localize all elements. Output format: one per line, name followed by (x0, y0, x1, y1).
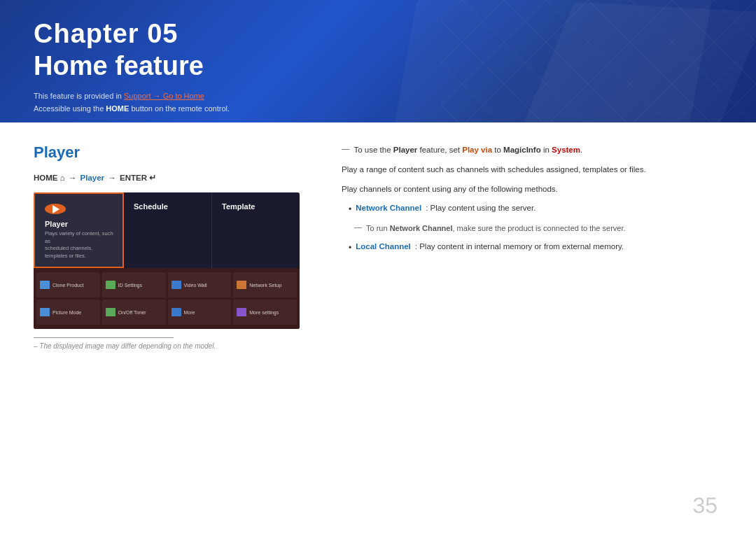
player-top-row: Player Plays variety of content, such as… (34, 192, 300, 268)
player-menu-item-template[interactable]: Template (212, 192, 300, 268)
note1-pre: This feature is provided in (34, 92, 124, 100)
network-label: Network Setup (249, 283, 281, 288)
nav-player: Player (80, 174, 105, 182)
network-icon (237, 281, 246, 289)
videowall-icon (172, 281, 181, 289)
local-channel-label: Local Channel (356, 240, 411, 254)
more-label: More (184, 310, 195, 315)
section-title: Player (34, 143, 314, 162)
chapter-number: Chapter 05 (34, 20, 722, 49)
content-para2: Play channels or content using any of th… (342, 183, 722, 197)
picture-label: Picture Mode (52, 310, 81, 315)
svg-rect-1 (441, 0, 756, 122)
menu-item-clone[interactable]: Clone Product (36, 272, 100, 297)
timer-label: On/Off Timer (118, 310, 146, 315)
player-menu-item-player[interactable]: Player Plays variety of content, such as… (34, 192, 124, 268)
content-para1: Play a range of content such as channels… (342, 163, 722, 177)
settings-label: More settings (249, 310, 279, 315)
videowall-label: Video Wall (184, 283, 207, 288)
note-dash: ― (342, 144, 350, 153)
local-channel-text: : Play content in internal memory or fro… (415, 240, 624, 254)
main-content: Player HOME ⌂ → Player → ENTER ↵ Player … (0, 122, 756, 364)
player-icon (45, 204, 66, 214)
bullet-list-2: Local Channel: Play content in internal … (342, 240, 722, 255)
menu-item-settings[interactable]: More settings (233, 300, 297, 325)
player-menu-item-schedule[interactable]: Schedule (124, 192, 212, 268)
menu-item-network[interactable]: Network Setup (233, 272, 297, 297)
settings-icon (237, 308, 246, 316)
header-note: This feature is provided in Support → Go… (34, 90, 722, 115)
support-link: Support → Go to Home (124, 92, 204, 100)
more-icon (172, 308, 181, 316)
note-playvia-bold: Play via (462, 146, 492, 154)
timer-icon (106, 308, 115, 316)
network-channel-label: Network Channel (356, 202, 421, 216)
right-column: ― To use the Player feature, set Play vi… (342, 143, 722, 350)
note-player-bold: Player (393, 146, 418, 154)
id-icon (106, 281, 115, 289)
diamond-pattern (441, 0, 756, 122)
template-label: Template (222, 202, 255, 211)
left-column: Player HOME ⌂ → Player → ENTER ↵ Player … (34, 143, 314, 350)
note2-post: button on the remote control. (129, 104, 230, 113)
bullet-list: Network Channel: Play content using the … (342, 202, 722, 216)
sub-dash: ― (354, 223, 362, 231)
note2-pre: Accessible using the (34, 104, 106, 113)
play-icon (52, 205, 59, 213)
disclaimer-text: – The displayed image may differ dependi… (34, 342, 314, 350)
sub-note-text: To run Network Channel, make sure the pr… (366, 223, 626, 235)
id-label: ID Settings (118, 283, 142, 288)
header-banner: Chapter 05 Home feature This feature is … (0, 0, 756, 122)
menu-item-videowall[interactable]: Video Wall (168, 272, 232, 297)
note-magicinfo-bold: MagicInfo (503, 146, 541, 154)
player-desc: Plays variety of content, such asschedul… (45, 230, 114, 260)
disclaimer-line (34, 337, 174, 338)
picture-icon (40, 308, 50, 316)
bullet-network: Network Channel: Play content using the … (349, 202, 722, 216)
network-channel-sub-bold: Network Channel (390, 224, 453, 232)
menu-item-more[interactable]: More (168, 300, 232, 325)
menu-item-timer[interactable]: On/Off Timer (102, 300, 166, 325)
schedule-label: Schedule (134, 202, 168, 211)
player-bottom-row: Clone Product ID Settings Video Wall Net… (34, 268, 300, 329)
top-note: ― To use the Player feature, set Play vi… (342, 143, 722, 156)
nav-enter: ENTER ↵ (120, 174, 156, 182)
clone-icon (40, 281, 50, 289)
sub-note-network: ― To run Network Channel, make sure the … (354, 223, 722, 235)
chapter-title: Home feature (34, 50, 722, 83)
bullet-local: Local Channel: Play content in internal … (349, 240, 722, 255)
clone-label: Clone Product (52, 283, 83, 288)
player-label: Player (45, 220, 68, 228)
note-system-bold: System (552, 146, 580, 154)
nav-home: HOME ⌂ (34, 174, 65, 182)
page-number: 35 (692, 493, 718, 519)
network-channel-text: : Play content using the server. (426, 202, 536, 216)
player-mockup: Player Plays variety of content, such as… (34, 192, 300, 329)
menu-item-id[interactable]: ID Settings (102, 272, 166, 297)
menu-item-picture[interactable]: Picture Mode (36, 300, 100, 325)
nav-path: HOME ⌂ → Player → ENTER ↵ (34, 173, 314, 183)
note-text: To use the Player feature, set Play via … (354, 143, 583, 156)
home-bold: HOME (106, 104, 129, 113)
